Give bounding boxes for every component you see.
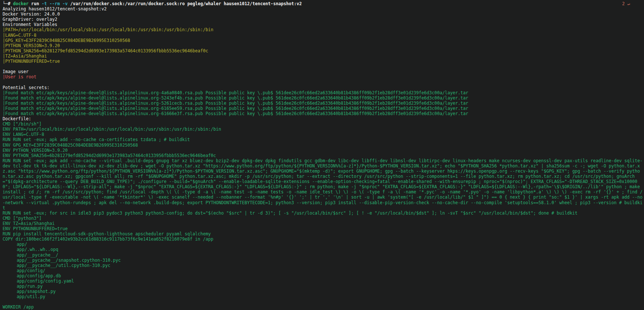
dockerfile-line: ENV PATH=/usr/local/bin:/usr/local/sbin:… <box>3 127 644 132</box>
dockerfile-text: app/.wh..wh..opq <box>17 247 58 252</box>
dockerfile-text: RUN RUN set -eux; apk add --no-cache --v… <box>3 158 643 211</box>
docker-version-line: Docker Version: 24.0.0 <box>3 12 644 17</box>
secret-match-line: |Found match etc/apk/keys/alpine-devel@l… <box>3 95 644 101</box>
image-user-header: Image user <box>3 69 644 74</box>
dockerfile-text: app/__pycache__/ <box>17 252 58 258</box>
dockerfile-line: RUN pip install tencentcloud-sdk-python-… <box>3 231 644 236</box>
text: Potential secrets: <box>3 85 49 90</box>
dockerfile-text: RUN RUN set -eux; apk add --no-cache ca-… <box>3 137 190 142</box>
env-var: |LANG=C.UTF-8 <box>3 33 36 38</box>
command-flag: --rm <box>49 1 60 6</box>
user-root-line: |User is root <box>3 74 644 79</box>
text: Docker Version: 24.0.0 <box>3 12 60 17</box>
copied-file: app/__pycache__/util.cpython-310.pyc <box>3 263 644 268</box>
dockerfile-text: ENV TZ=Asia/Shanghai <box>3 221 55 226</box>
copied-file: app/config/app.db <box>3 273 644 278</box>
env-var-line: |LANG=C.UTF-8 <box>3 33 644 38</box>
copied-file: app/run.py <box>3 284 644 289</box>
dockerfile-text: app/snapshot.py <box>17 289 56 294</box>
dockerfile-line: WORKDIR /app <box>3 304 644 310</box>
env-var-line: |PYTHONUNBUFFERED=true <box>3 59 644 64</box>
dockerfile-text: app/config/ <box>17 268 45 273</box>
copied-file: app/__pycache__/snapshot.cpython-310.pyc <box>3 258 644 263</box>
dockerfile-line: ENV GPG_KEY=E3FF2839C048B25C084DEBE9B269… <box>3 143 644 148</box>
alert-text: |User is root <box>3 74 36 79</box>
copied-file: app/util.py <box>3 294 644 299</box>
env-var-line: |TZ=Asia/Shanghai <box>3 53 644 59</box>
env-var-line: |PYTHON_VERSION=3.9.20 <box>3 43 644 48</box>
dockerfile-line: CMD ["python3"] <box>3 216 644 221</box>
dockerfile-text: RUN pip install tencentcloud-sdk-python-… <box>3 231 211 236</box>
dockerfile-text: ENV PYTHON_VERSION=3.9.20 <box>3 148 68 153</box>
shell-prompt: └─# <box>3 1 13 6</box>
env-var: |PYTHONUNBUFFERED=true <box>3 59 60 64</box>
dockerfile-text: ENV PYTHONUNBUFFERED=true <box>3 226 68 231</box>
dockerfile-text: WORKDIR /app <box>3 304 34 310</box>
text: GraphDriver: overlay2 <box>3 17 57 22</box>
dockerfile-text: CMD ["python3"] <box>3 216 42 221</box>
graphdriver-line: GraphDriver: overlay2 <box>3 17 644 22</box>
env-var-line: |GPG_KEY=E3FF2839C048B25C084DEBE9B26995E… <box>3 38 644 43</box>
text: run <box>29 1 42 6</box>
secret-match-line: |Found match etc/apk/keys/alpine-devel@l… <box>3 111 644 116</box>
secret-match: |Found match etc/apk/keys/alpine-devel@l… <box>3 95 468 101</box>
copied-file: app/config/config.yaml <box>3 278 644 284</box>
blank-line <box>3 299 644 304</box>
dockerfile-header: Dockerfile: <box>3 116 644 121</box>
dockerfile-text: ENV GPG_KEY=E3FF2839C048B25C084DEBE9B269… <box>3 143 138 148</box>
analyzing-line: Analyzing hausen1012/tencent-snapshot:v2 <box>3 6 644 12</box>
env-var: |PATH=/usr/local/bin:/usr/local/sbin:/us… <box>3 27 213 32</box>
dockerfile-text: app/run.py <box>17 284 43 289</box>
copied-file: app/ <box>3 242 644 247</box>
command-name: docker <box>13 1 29 6</box>
env-var: |TZ=Asia/Shanghai <box>3 53 47 59</box>
blank-line <box>3 64 644 69</box>
text: Environment Variables <box>3 22 57 27</box>
text: /var/run/docker.sock:/var/run/docker.soc… <box>68 1 302 6</box>
copied-file: app/config/ <box>3 268 644 273</box>
secrets-header: Potential secrets: <box>3 85 644 90</box>
env-var: |PYTHON_VERSION=3.9.20 <box>3 43 60 48</box>
dockerfile-text: app/config/config.yaml <box>17 278 74 284</box>
dockerfile-line: CMD ["/bin/sh"] <box>3 121 644 127</box>
text: Analyzing hausen1012/tencent-snapshot:v2 <box>3 6 107 12</box>
dockerfile-text: RUN RUN set -eux; for src in idle3 pip3 … <box>3 211 578 216</box>
exit-status: 2 ↵ <box>622 1 630 6</box>
dockerfile-line: ENV PYTHON_VERSION=3.9.20 <box>3 148 644 153</box>
terminal-window[interactable]: └─# docker run -t --rm -v /var/run/docke… <box>0 0 644 310</box>
dockerfile-text: app/util.py <box>17 294 45 299</box>
env-var: |GPG_KEY=E3FF2839C048B25C084DEBE9B26995E… <box>3 38 130 43</box>
copied-file: app/__pycache__/ <box>3 252 644 258</box>
dockerfile-text: CMD ["/bin/sh"] <box>3 121 42 127</box>
terminal-screen: └─# docker run -t --rm -v /var/run/docke… <box>3 1 644 310</box>
env-section-header: Environment Variables <box>3 22 644 27</box>
command-flag: -t <box>42 1 47 6</box>
blank-line <box>3 79 644 85</box>
env-var-line: |PATH=/usr/local/bin:/usr/local/sbin:/us… <box>3 27 644 32</box>
secret-match-line: |Found match etc/apk/keys/alpine-devel@l… <box>3 106 644 111</box>
dockerfile-line: RUN RUN set -eux; apk add --no-cache --v… <box>3 158 644 211</box>
env-var-line: |PYTHON_SHA256=6b281279efd85294d2d6993e1… <box>3 48 644 53</box>
dockerfile-line: COPY dir:180bec166f2f1402e93b2cc61d88316… <box>3 236 644 242</box>
dockerfile-text: ENV PATH=/usr/local/bin:/usr/local/sbin:… <box>3 127 221 132</box>
copied-file: app/snapshot.py <box>3 289 644 294</box>
dockerfile-text: app/__pycache__/snapshot.cpython-310.pyc <box>17 258 121 263</box>
text: Dockerfile: <box>3 116 31 121</box>
dockerfile-line: RUN RUN set -eux; apk add --no-cache ca-… <box>3 137 644 142</box>
dockerfile-text: COPY dir:180bec166f2f1402e93b2cc61d88316… <box>3 236 213 242</box>
env-var: |PYTHON_SHA256=6b281279efd85294d2d6993e1… <box>3 48 208 53</box>
secret-match: |Found match etc/apk/keys/alpine-devel@l… <box>3 90 468 95</box>
dockerfile-text: app/ <box>17 242 27 247</box>
copied-file: app/.wh..wh..opq <box>3 247 644 252</box>
dockerfile-line: ENV PYTHONUNBUFFERED=true <box>3 226 644 231</box>
secret-match: |Found match etc/apk/keys/alpine-devel@l… <box>3 111 468 116</box>
dockerfile-text: app/__pycache__/util.cpython-310.pyc <box>17 263 110 268</box>
dockerfile-text: app/config/app.db <box>17 273 61 278</box>
dockerfile-line: ENV TZ=Asia/Shanghai <box>3 221 644 226</box>
dockerfile-text: ENV LANG=C.UTF-8 <box>3 132 44 137</box>
secret-match-line: |Found match etc/apk/keys/alpine-devel@l… <box>3 90 644 95</box>
command-flag: -v <box>62 1 68 6</box>
secret-match: |Found match etc/apk/keys/alpine-devel@l… <box>3 101 468 106</box>
secret-match-line: |Found match etc/apk/keys/alpine-devel@l… <box>3 101 644 106</box>
text: Image user <box>3 69 29 74</box>
